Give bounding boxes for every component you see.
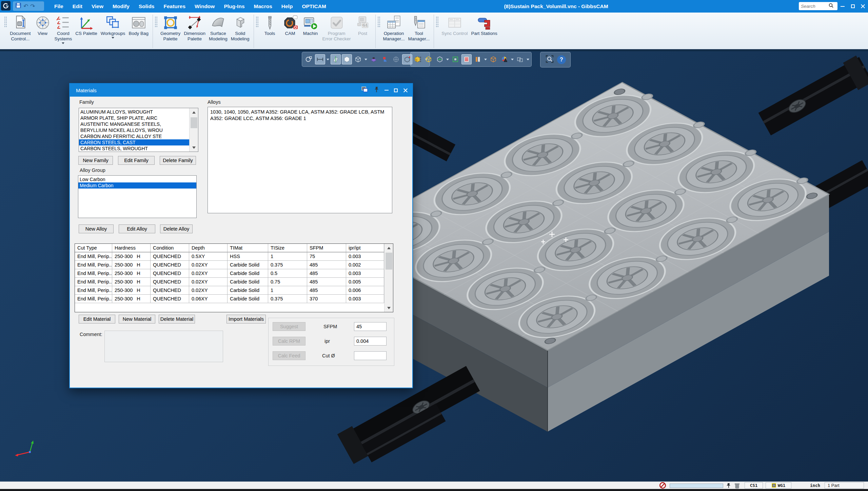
family-item[interactable]: BERYLLIUM NICKEL ALLOYS, WROU: [79, 127, 189, 133]
delete-family-button[interactable]: Delete Family: [160, 156, 196, 165]
table-row[interactable]: End Mill, Perip...250-300 HQUENCHED0.02X…: [75, 269, 393, 278]
column-header[interactable]: SFPM: [307, 244, 346, 252]
dialog-pages-icon[interactable]: [361, 86, 369, 94]
column-header[interactable]: Cut Type: [75, 244, 112, 252]
table-row[interactable]: End Mill, Perip...250-300 HQUENCHED0.06X…: [75, 295, 393, 303]
dialog-title-bar[interactable]: Materials: [70, 84, 412, 97]
part-stations-button[interactable]: Part Stations: [470, 14, 499, 37]
family-item[interactable]: CARBON AND FERRITIC ALLOY STE: [79, 133, 189, 139]
menu-help[interactable]: Help: [281, 3, 293, 9]
new-material-button[interactable]: New Material: [119, 315, 155, 323]
column-header[interactable]: Hardness: [112, 244, 151, 252]
part-count-indicator[interactable]: 1 Part: [825, 482, 864, 489]
program-error-checker-button[interactable]: Program Error Checker: [321, 14, 353, 42]
family-item[interactable]: AUSTENITIC MANGANESE STEELS,: [79, 121, 189, 127]
new-alloy-button[interactable]: New Alloy: [79, 224, 114, 233]
cut-data-table[interactable]: Cut Type Hardness Condition Depth TIMat …: [75, 243, 393, 312]
solid-cube-icon[interactable]: [412, 54, 422, 64]
calc-rpm-button[interactable]: Calc RPM: [273, 337, 305, 346]
tools-button[interactable]: Tools: [260, 14, 280, 37]
sync-control-button[interactable]: Sync Control: [440, 14, 469, 37]
cs-ghost-icon[interactable]: [391, 54, 401, 64]
menu-opticam[interactable]: OPTICAM: [302, 3, 326, 9]
dimension-tool-icon[interactable]: [315, 54, 325, 64]
op-stack-icon[interactable]: [461, 54, 472, 64]
sfpm-field[interactable]: [354, 322, 387, 331]
body-bag-button[interactable]: Body Bag: [127, 14, 150, 37]
scroll-up-icon[interactable]: [384, 244, 393, 252]
menu-edit[interactable]: Edit: [73, 3, 82, 9]
cam-button[interactable]: CAM: [280, 14, 300, 37]
wireframe-view-icon[interactable]: [353, 54, 363, 64]
chevron-down-icon[interactable]: [62, 42, 64, 44]
clip-plane-icon[interactable]: [369, 54, 379, 64]
dialog-maximize-icon[interactable]: [394, 89, 398, 92]
alloys-box[interactable]: 1030, 1040, 1050, ASTM A352: GRADE LCA, …: [208, 107, 392, 213]
table-row[interactable]: End Mill, Perip...250-300 HQUENCHED0.02X…: [75, 278, 393, 286]
columns-icon[interactable]: [473, 54, 483, 64]
tool-manager-button[interactable]: Tool Manager...: [406, 14, 431, 42]
save-icon[interactable]: [15, 2, 21, 10]
delete-material-button[interactable]: Delete Material: [159, 315, 195, 323]
minimize-button[interactable]: [837, 0, 848, 13]
ipr-field[interactable]: [354, 337, 387, 346]
alloy-group-item-selected[interactable]: Medium Carbon: [78, 182, 196, 189]
scroll-thumb[interactable]: [191, 117, 197, 128]
machining-button[interactable]: Machin: [300, 14, 321, 37]
scroll-thumb[interactable]: [386, 253, 392, 270]
solid-modeling-button[interactable]: Solid Modeling: [229, 14, 251, 42]
chevron-down-icon[interactable]: [446, 59, 449, 60]
delete-alloy-button[interactable]: Delete Alloy: [160, 224, 193, 233]
redo-icon[interactable]: ↷: [30, 3, 35, 9]
menu-solids[interactable]: Solids: [139, 3, 155, 9]
column-header[interactable]: Condition: [151, 244, 189, 252]
comment-textarea[interactable]: [104, 331, 223, 362]
import-materials-button[interactable]: Import Materials: [226, 315, 266, 323]
scroll-up-icon[interactable]: [190, 108, 198, 116]
menu-plugins[interactable]: Plug-Ins: [224, 3, 244, 9]
swap-view-icon[interactable]: [380, 54, 390, 64]
family-item[interactable]: ARMOR PLATE, SHIP PLATE, AIRC: [79, 115, 189, 121]
coord-systems-button[interactable]: Coord Systems: [53, 14, 74, 44]
menu-file[interactable]: File: [54, 3, 63, 9]
table-scrollbar[interactable]: [384, 244, 393, 312]
edit-family-button[interactable]: Edit Family: [118, 156, 155, 165]
family-item[interactable]: ALUMINUM ALLOYS, WROUGHT: [79, 109, 189, 115]
scroll-down-icon[interactable]: [384, 304, 393, 312]
new-family-button[interactable]: New Family: [78, 156, 113, 165]
maximize-button[interactable]: [848, 0, 858, 13]
calc-feed-button[interactable]: Calc Feed: [273, 351, 305, 360]
sketch-circle-icon[interactable]: [304, 54, 314, 64]
family-item[interactable]: CARBON STEELS, WROUGHT: [79, 145, 189, 152]
render-material-icon[interactable]: [499, 54, 510, 64]
suggest-button[interactable]: Suggest: [273, 322, 305, 331]
table-row[interactable]: End Mill, Perip...250-300 HQUENCHED0.02X…: [75, 261, 393, 269]
workgroups-button[interactable]: Workgroups: [99, 14, 127, 39]
wire-gold-cube-icon[interactable]: [423, 54, 434, 64]
close-button[interactable]: [858, 0, 868, 13]
workgroup-indicator[interactable]: WG1: [766, 482, 791, 489]
family-listbox[interactable]: ALUMINUM ALLOYS, WROUGHT ARMOR PLATE, SH…: [79, 108, 198, 152]
dialog-minimize-icon[interactable]: [384, 90, 389, 91]
table-row[interactable]: End Mill, Perip...250-300 HQUENCHED0.02X…: [75, 286, 393, 295]
pin-small-icon[interactable]: [726, 483, 731, 490]
alloy-group-listbox[interactable]: Low Carbon Medium Carbon: [78, 175, 197, 218]
cs-palette-button[interactable]: CS Palette: [74, 14, 99, 37]
facet-cube-icon[interactable]: [450, 54, 460, 64]
scroll-down-icon[interactable]: [190, 143, 198, 152]
help-icon[interactable]: ?: [557, 55, 566, 64]
shaded-view-icon[interactable]: [342, 54, 352, 64]
search-box[interactable]: [799, 2, 837, 10]
section-view-icon[interactable]: [331, 54, 341, 64]
column-header[interactable]: ipr/ipt: [346, 244, 384, 252]
document-control-button[interactable]: Document Control...: [8, 14, 33, 42]
edit-alloy-button[interactable]: Edit Alloy: [119, 224, 155, 233]
dimension-palette-button[interactable]: Dimension Palette: [182, 14, 207, 42]
wire-orange-cube-icon[interactable]: [488, 54, 498, 64]
undo-icon[interactable]: ↶: [23, 3, 28, 9]
chevron-down-icon[interactable]: [364, 59, 367, 60]
surface-modeling-button[interactable]: Surface Modeling: [207, 14, 229, 42]
geometry-palette-button[interactable]: Geometry Palette: [159, 14, 182, 42]
menu-view[interactable]: View: [92, 3, 103, 9]
cs-indicator[interactable]: CS1: [745, 482, 763, 489]
